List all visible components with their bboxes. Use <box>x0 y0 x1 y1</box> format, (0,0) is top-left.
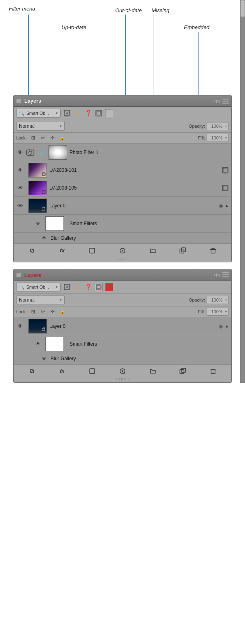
eye-icon[interactable]: 👁 <box>34 220 42 228</box>
layer-thumb <box>49 145 67 160</box>
eye-icon[interactable]: 👁 <box>40 234 48 242</box>
blur-gallery-label: Blur Gallery <box>51 235 229 241</box>
duplicate-layer-icon2[interactable] <box>178 367 187 376</box>
layer-thumb <box>28 319 47 334</box>
panel2-layers-area: 👁 Layer 0 ◉ ▲ 👁 <box>14 317 231 364</box>
duplicate-layer-icon[interactable] <box>178 246 187 255</box>
panel2-title: Layers <box>24 272 213 278</box>
layer-controls: ◉ ▲ <box>218 323 229 329</box>
eye-icon[interactable]: 👁 <box>16 166 24 174</box>
filter-embedded-icon[interactable] <box>95 109 103 117</box>
svg-point-17 <box>122 250 123 251</box>
filter-uptodate-icon2[interactable] <box>63 283 71 291</box>
eye-icon[interactable]: 👁 <box>16 202 24 210</box>
panel1-blend-row: Normal ▾ Opacity: 100% ▾ <box>14 120 231 133</box>
fx-icon2[interactable]: fx <box>58 367 67 376</box>
fill-layer-icon2[interactable] <box>118 367 127 376</box>
panel2-lock-label: Lock: <box>16 309 27 314</box>
filter-outofdate-icon[interactable]: ⚠ <box>74 109 82 117</box>
adjustment-icon2[interactable] <box>88 367 97 376</box>
lock-paint-icon[interactable]: ✏ <box>40 135 46 141</box>
eye-icon[interactable]: 👁 <box>16 184 24 192</box>
filter-embedded-btn2[interactable] <box>95 283 103 291</box>
panel2-opacity-field[interactable]: 100% ▾ <box>207 296 229 304</box>
eye-icon[interactable]: 👁 <box>34 340 42 348</box>
panel2-menu-icon[interactable] <box>222 272 229 277</box>
panel2-fill-field[interactable]: 100% ▾ <box>207 308 229 316</box>
smart-filters-row: 👁 Smart Filters <box>14 215 231 233</box>
folder-icon[interactable] <box>148 246 157 255</box>
svg-point-30 <box>122 370 123 372</box>
layer-row[interactable]: 👁 🔗 Photo Filter 1 <box>14 144 231 161</box>
panel2-close-btn[interactable] <box>16 272 21 277</box>
panel2-bottom-toolbar: fx <box>14 364 231 377</box>
smart-object-badge <box>222 184 229 192</box>
filter-missing-icon[interactable]: ❓ <box>84 109 92 117</box>
panel1-collapse-icon[interactable]: ◁◁ <box>213 99 220 103</box>
panel2-opacity-value: 100% <box>209 298 225 302</box>
delete-layer-icon2[interactable] <box>209 367 218 376</box>
panel1-filter-bar: 🔍 Smart Ob... ▾ ⚠ ❓ <box>14 107 231 120</box>
resize-handle2[interactable]: ⠿⠿⠿⠿⠿ <box>14 377 231 382</box>
panel1-color-swatch[interactable] <box>105 109 113 117</box>
layer-thumb <box>28 163 47 177</box>
eye-icon[interactable]: 👁 <box>16 148 24 156</box>
folder-icon2[interactable] <box>148 367 157 376</box>
panel1-close-btn[interactable] <box>16 99 21 103</box>
panel1-lock-label: Lock: <box>16 135 27 140</box>
filter-arrow-icon: ▾ <box>56 285 58 289</box>
svg-line-18 <box>124 252 125 253</box>
layer-row[interactable]: 👁 LV-2008-105 <box>14 179 231 197</box>
svg-rect-11 <box>42 191 45 193</box>
line-up-to-date <box>92 32 92 95</box>
panel2-collapse-icon[interactable]: ◁◁ <box>213 272 220 277</box>
panel2-filter-dropdown[interactable]: 🔍 Smart Ob... ▾ <box>16 283 61 291</box>
opacity-arrow-icon2: ▾ <box>225 298 227 302</box>
lock-all-icon[interactable]: 🔒 <box>59 135 65 141</box>
layer-row[interactable]: 👁 Layer 0 ◉ ▲ <box>14 317 231 335</box>
layer-row[interactable]: 👁 Layer 0 ◉ ▲ <box>14 197 231 215</box>
panel1-blend-dropdown[interactable]: Normal ▾ <box>16 122 65 131</box>
lock-checkerboard-icon2[interactable]: ⊞ <box>30 308 36 315</box>
panel2-blend-text: Normal <box>19 297 60 303</box>
layer-name: LV-2008-101 <box>49 167 222 173</box>
lock-move-icon2[interactable]: ✛ <box>49 308 56 315</box>
lock-checkerboard-icon[interactable]: ⊞ <box>30 135 36 141</box>
panel1-fill-field[interactable]: 100% ▾ <box>207 134 229 142</box>
panel1-opacity-field[interactable]: 100% ▾ <box>207 122 229 130</box>
layer-thumb <box>28 198 47 213</box>
lock-all-icon2[interactable]: 🔒 <box>59 308 65 315</box>
panel1-menu-icon[interactable] <box>222 99 229 103</box>
lock-move-icon[interactable]: ✛ <box>49 135 56 141</box>
filter-uptodate-icon[interactable] <box>63 109 71 117</box>
filter-missing-icon2[interactable]: ❓ <box>84 283 92 291</box>
opacity-arrow-icon: ▾ <box>225 125 227 128</box>
panel1-filter-dropdown[interactable]: 🔍 Smart Ob... ▾ <box>16 109 61 118</box>
eye-icon[interactable]: 👁 <box>16 322 24 330</box>
svg-point-24 <box>66 286 68 288</box>
eye-icon[interactable]: 👁 <box>40 355 48 363</box>
layer-row[interactable]: 👁 LV-2008-101 <box>14 161 231 179</box>
filter-outofdate-icon2[interactable]: ⚠ <box>74 283 82 291</box>
expand-icon[interactable]: ▲ <box>225 203 229 208</box>
svg-rect-32 <box>180 370 184 374</box>
link-layer-icon2[interactable] <box>27 367 36 376</box>
resize-handle[interactable]: ⠿⠿⠿⠿⠿ <box>14 257 231 262</box>
svg-rect-21 <box>211 249 215 253</box>
annotation-filter-menu: Filter menu <box>9 6 35 12</box>
lock-paint-icon2[interactable]: ✏ <box>40 308 46 315</box>
fx-icon[interactable]: fx <box>58 246 67 255</box>
panel2-fill-group: Fill: 100% ▾ <box>198 308 229 316</box>
fill-layer-icon[interactable] <box>118 246 127 255</box>
expand-icon2[interactable]: ▲ <box>225 324 229 328</box>
panel2-blend-dropdown[interactable]: Normal ▾ <box>16 296 65 304</box>
panel1-titlebar: Layers ◁◁ <box>14 95 231 107</box>
panel1-bottom-toolbar: fx <box>14 244 231 257</box>
panel2-color-swatch[interactable] <box>105 283 113 291</box>
adjustment-icon[interactable] <box>88 246 97 255</box>
delete-layer-icon[interactable] <box>209 246 218 255</box>
link-layer-icon[interactable] <box>27 246 36 255</box>
layer-controls: ◉ ▲ <box>218 203 229 209</box>
fill-arrow-icon: ▾ <box>225 136 227 140</box>
smart-object-badge <box>222 167 229 174</box>
